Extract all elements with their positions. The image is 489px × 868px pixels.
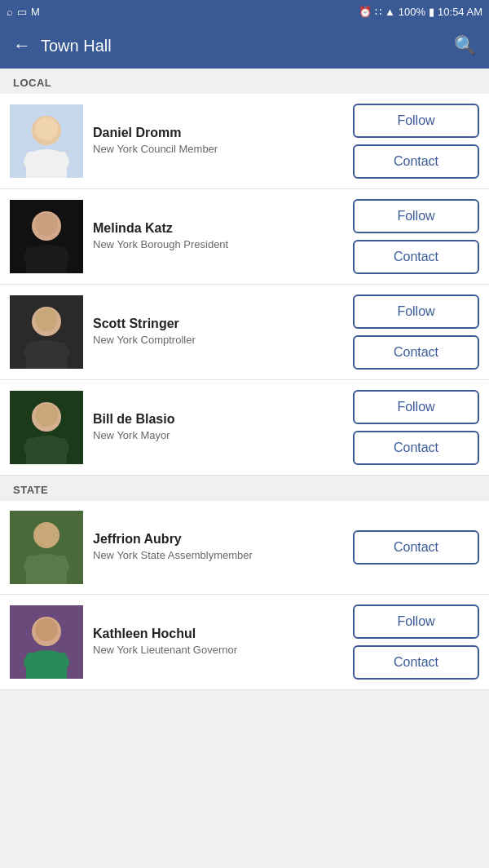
person-info-scott-stringer: Scott StringerNew York Comptroller — [93, 317, 343, 348]
list-item: Kathleen HochulNew York Lieutenant Gover… — [0, 595, 489, 690]
person-title: New York Lieutenant Governor — [93, 644, 343, 658]
wifi-icon: ⌕ — [7, 6, 13, 18]
person-info-daniel-dromm: Daniel DrommNew York Council Member — [93, 126, 343, 157]
follow-button-melinda-katz[interactable]: Follow — [353, 199, 479, 233]
list-item: Daniel DrommNew York Council MemberFollo… — [0, 94, 489, 189]
photo-icon: ▭ — [17, 6, 27, 18]
person-actions-daniel-dromm: FollowContact — [353, 104, 479, 179]
svg-point-28 — [24, 650, 69, 675]
list-item: Bill de BlasioNew York MayorFollowContac… — [0, 380, 489, 476]
contact-button-kathleen-hochul[interactable]: Contact — [353, 645, 479, 680]
person-name: Kathleen Hochul — [93, 627, 343, 641]
svg-point-14 — [24, 340, 69, 365]
contact-button-melinda-katz[interactable]: Contact — [353, 240, 479, 274]
follow-button-bill-de-blasio[interactable]: Follow — [353, 390, 479, 424]
person-info-kathleen-hochul: Kathleen HochulNew York Lieutenant Gover… — [93, 627, 343, 658]
avatar-bill-de-blasio — [10, 391, 83, 464]
follow-button-kathleen-hochul[interactable]: Follow — [353, 604, 479, 639]
person-title: New York State Assemblymember — [93, 549, 343, 563]
list-item: Jeffrion AubryNew York State Assemblymem… — [0, 501, 489, 595]
contact-button-bill-de-blasio[interactable]: Contact — [353, 431, 479, 465]
person-actions-kathleen-hochul: FollowContact — [353, 604, 479, 680]
person-name: Daniel Dromm — [93, 126, 343, 140]
person-name: Scott Stringer — [93, 317, 343, 331]
back-button[interactable]: ← — [13, 35, 31, 56]
search-button[interactable]: 🔍 — [454, 35, 476, 56]
gmail-icon: M — [31, 6, 40, 18]
avatar-kathleen-hochul — [10, 605, 83, 679]
contact-button-jeffrion-aubry[interactable]: Contact — [353, 530, 479, 565]
list-item: Melinda KatzNew York Borough PresidentFo… — [0, 189, 489, 285]
person-title: New York Mayor — [93, 429, 343, 443]
svg-point-13 — [35, 308, 58, 331]
person-actions-melinda-katz: FollowContact — [353, 199, 479, 274]
content-area: LOCAL Daniel DrommNew York Council Membe… — [0, 69, 489, 690]
status-left: ⌕ ▭ M — [7, 6, 40, 18]
person-name: Melinda Katz — [93, 221, 343, 236]
alarm-icon: ⏰ — [359, 6, 372, 18]
follow-button-scott-stringer[interactable]: Follow — [353, 294, 479, 329]
header-left: ← Town Hall — [13, 35, 112, 56]
person-name: Jeffrion Aubry — [93, 532, 343, 547]
person-actions-scott-stringer: FollowContact — [353, 294, 479, 370]
svg-point-19 — [24, 436, 69, 460]
avatar-scott-stringer — [10, 295, 83, 369]
svg-point-8 — [35, 213, 58, 236]
section-header-local: LOCAL — [0, 69, 489, 94]
signal-bars-icon: ▲ — [385, 6, 395, 18]
person-title: New York Borough President — [93, 238, 343, 252]
person-title: New York Comptroller — [93, 334, 343, 348]
person-title: New York Council Member — [93, 143, 343, 157]
time: 10:54 AM — [438, 6, 482, 18]
person-info-melinda-katz: Melinda KatzNew York Borough President — [93, 221, 343, 252]
person-info-jeffrion-aubry: Jeffrion AubryNew York State Assemblymem… — [93, 532, 343, 563]
avatar-daniel-dromm — [10, 104, 83, 178]
svg-point-3 — [35, 117, 58, 140]
section-header-state: STATE — [0, 476, 489, 501]
svg-point-9 — [24, 245, 69, 269]
avatar-jeffrion-aubry — [10, 511, 83, 584]
follow-button-daniel-dromm[interactable]: Follow — [353, 104, 479, 138]
battery-icon: ▮ — [429, 6, 434, 18]
person-info-bill-de-blasio: Bill de BlasioNew York Mayor — [93, 412, 343, 443]
wifi-signal-icon: ∷ — [375, 6, 381, 18]
person-name: Bill de Blasio — [93, 412, 343, 427]
page-title: Town Hall — [41, 37, 112, 55]
svg-point-21 — [33, 522, 59, 548]
avatar-melinda-katz — [10, 200, 83, 273]
status-right: ⏰ ∷ ▲ 100% ▮ 10:54 AM — [359, 6, 482, 18]
list-item: Scott StringerNew York ComptrollerFollow… — [0, 285, 489, 380]
svg-point-4 — [24, 149, 69, 174]
person-actions-bill-de-blasio: FollowContact — [353, 390, 479, 465]
contact-button-scott-stringer[interactable]: Contact — [353, 335, 479, 370]
svg-point-23 — [24, 554, 69, 578]
status-bar: ⌕ ▭ M ⏰ ∷ ▲ 100% ▮ 10:54 AM — [0, 0, 489, 23]
person-actions-jeffrion-aubry: Contact — [353, 530, 479, 565]
contact-button-daniel-dromm[interactable]: Contact — [353, 144, 479, 179]
svg-point-27 — [35, 618, 58, 641]
app-header: ← Town Hall 🔍 — [0, 23, 489, 69]
battery-percent: 100% — [399, 6, 425, 18]
svg-point-18 — [35, 404, 58, 427]
